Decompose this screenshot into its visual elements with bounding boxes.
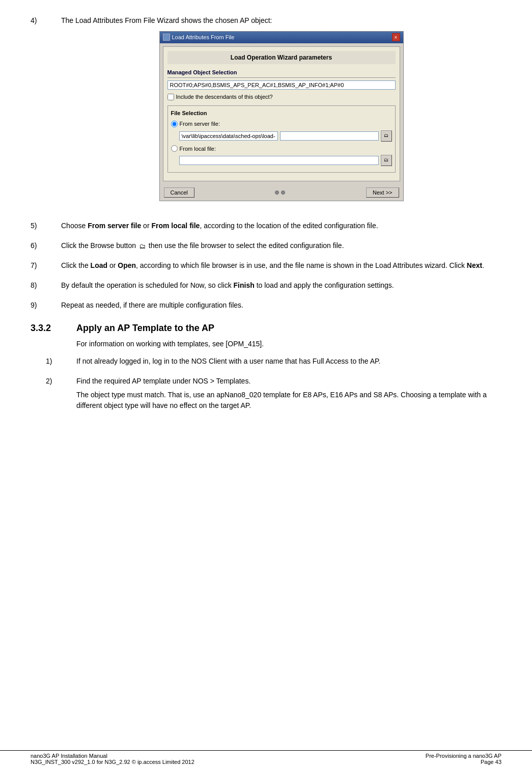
step-8-number: 8) <box>31 280 61 289</box>
dialog-title-icon <box>163 34 170 41</box>
footer-right: Pre-Provisioning a nano3G AP Page 43 <box>426 753 501 765</box>
step-5-number: 5) <box>31 221 61 230</box>
step-7-number: 7) <box>31 260 61 269</box>
step-7-bold1: Load <box>91 261 107 269</box>
managed-object-section: Managed Object Selection Include the des… <box>167 68 396 101</box>
substep-2-text: Find the required AP template under NOS … <box>76 377 250 385</box>
step-6-text-after: then use the file browser to select the … <box>149 241 344 250</box>
step-8-text-after: to load and apply the configuration sett… <box>255 281 394 289</box>
substep-1-number: 1) <box>46 356 76 365</box>
from-server-label: From server file: <box>180 120 220 128</box>
from-server-row: From server file: <box>171 120 392 128</box>
footer-right-line2: Page 43 <box>426 759 501 765</box>
dialog-title-text: Load Attributes From File <box>172 33 235 42</box>
dot-2 <box>281 190 285 195</box>
section-332-intro: For information on working with template… <box>76 340 501 348</box>
step-7-row: 7) Click the Load or Open, according to … <box>31 260 501 271</box>
local-path-input[interactable] <box>179 156 379 165</box>
step-5-bold2: From local file <box>151 222 200 230</box>
footer-left-line1: nano3G AP Installation Manual <box>31 753 194 759</box>
step-6-text-before: Click the Browse button <box>61 241 138 250</box>
dialog-container: Load Attributes From File × Load Operati… <box>61 31 501 201</box>
include-descendants-label: Include the descendants of this object? <box>176 93 273 101</box>
step-8-bold: Finish <box>234 281 255 289</box>
server-browse-button[interactable]: 🗂 <box>381 130 392 142</box>
substep-1-row: 1) If not already logged in, log in to t… <box>46 356 501 367</box>
page-footer: nano3G AP Installation Manual N3G_INST_3… <box>0 750 532 767</box>
local-browse-button[interactable]: 🗂 <box>381 155 392 166</box>
step-9-body: Repeat as needed, if there are multiple … <box>61 300 501 311</box>
dialog-body: Load Operation Wizard parameters Managed… <box>160 43 403 185</box>
file-selection-section: File Selection From server file: 🗂 <box>167 105 396 173</box>
footer-left: nano3G AP Installation Manual N3G_INST_3… <box>31 753 194 765</box>
step-7-text-after: . <box>482 261 484 269</box>
dialog-inner: Load Operation Wizard parameters Managed… <box>163 46 400 182</box>
step-7-text-before: Click the <box>61 261 91 269</box>
from-local-row: From local file: <box>171 145 392 153</box>
step-4-row: 4) The Load Attributes From File Wizard … <box>31 15 501 211</box>
dot-1 <box>275 190 279 195</box>
server-path-row: 🗂 <box>179 130 392 142</box>
managed-object-title: Managed Object Selection <box>167 68 396 78</box>
server-path-input[interactable] <box>179 131 278 141</box>
next-button[interactable]: Next >> <box>366 187 399 198</box>
substep-1-body: If not already logged in, log in to the … <box>76 356 501 367</box>
server-browse-icon: 🗂 <box>384 132 388 140</box>
footer-left-line2: N3G_INST_300 v292_1.0 for N3G_2.92 © ip.… <box>31 759 194 765</box>
footer-right-line1: Pre-Provisioning a nano3G AP <box>426 753 501 759</box>
local-browse-icon: 🗂 <box>384 157 388 164</box>
step-8-text-before: By default the operation is scheduled fo… <box>61 281 234 289</box>
step-5-body: Choose From server file or From local fi… <box>61 221 501 231</box>
step-7-bold3: Next <box>467 261 482 269</box>
browse-icon-inline: 🗂 <box>139 241 146 252</box>
step-5-bold1: From server file <box>88 222 141 230</box>
substep-2-body: Find the required AP template under NOS … <box>76 376 501 411</box>
section-332-num: 3.3.2 <box>31 323 76 334</box>
step-7-text-mid2: , according to which file browser is in … <box>136 261 467 269</box>
managed-object-input[interactable] <box>167 80 396 90</box>
substep-2-number: 2) <box>46 376 76 385</box>
step-5-row: 5) Choose From server file or From local… <box>31 221 501 231</box>
dialog-title-left: Load Attributes From File <box>163 33 235 42</box>
step-6-row: 6) Click the Browse button 🗂 then use th… <box>31 240 501 251</box>
cancel-button[interactable]: Cancel <box>164 187 194 198</box>
step-6-body: Click the Browse button 🗂 then use the f… <box>61 240 501 251</box>
from-server-radio[interactable] <box>171 121 178 127</box>
step-5-text-before: Choose <box>61 222 88 230</box>
step-5-text-mid: or <box>141 222 151 230</box>
dialog-window: Load Attributes From File × Load Operati… <box>159 31 404 201</box>
dialog-inner-title: Load Operation Wizard parameters <box>167 51 396 64</box>
step-8-row: 8) By default the operation is scheduled… <box>31 280 501 291</box>
step-9-text: Repeat as needed, if there are multiple … <box>61 301 243 309</box>
from-local-radio[interactable] <box>171 145 178 152</box>
step-7-body: Click the Load or Open, according to whi… <box>61 260 501 271</box>
step-7-bold2: Open <box>118 261 136 269</box>
dialog-close-button[interactable]: × <box>392 33 400 41</box>
include-descendants-checkbox[interactable] <box>167 94 174 100</box>
substep-2-note: The object type must match. That is, use… <box>76 390 501 411</box>
step-6-number: 6) <box>31 240 61 250</box>
step-9-row: 9) Repeat as needed, if there are multip… <box>31 300 501 311</box>
dialog-titlebar: Load Attributes From File × <box>160 32 403 43</box>
section-332-intro-text: For information on working with template… <box>76 340 264 348</box>
step-4-number: 4) <box>31 15 61 24</box>
section-332-title: Apply an AP Template to the AP <box>76 323 214 334</box>
file-selection-title: File Selection <box>171 109 392 118</box>
substep-2-row: 2) Find the required AP template under N… <box>46 376 501 411</box>
step-4-text: The Load Attributes From File Wizard sho… <box>61 16 272 24</box>
step-7-text-mid1: or <box>107 261 118 269</box>
step-5-text-after: , according to the location of the edite… <box>200 222 378 230</box>
step-8-body: By default the operation is scheduled fo… <box>61 280 501 291</box>
step-4-body: The Load Attributes From File Wizard sho… <box>61 15 501 211</box>
include-descendants-row: Include the descendants of this object? <box>167 93 396 101</box>
dialog-footer: Cancel Next >> <box>160 184 403 201</box>
section-332-heading: 3.3.2 Apply an AP Template to the AP <box>31 323 501 334</box>
dialog-dots <box>275 190 285 195</box>
substep-1-text: If not already logged in, log in to the … <box>76 357 380 365</box>
from-local-label: From local file: <box>180 145 216 153</box>
server-path-extra-input[interactable] <box>280 131 379 141</box>
step-9-number: 9) <box>31 300 61 309</box>
local-path-row: 🗂 <box>179 155 392 166</box>
